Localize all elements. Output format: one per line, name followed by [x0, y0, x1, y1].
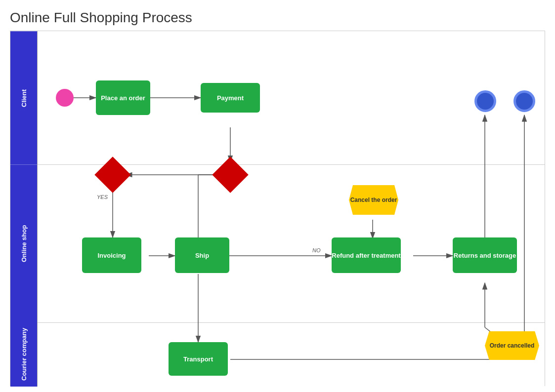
lane-client-label: Client: [10, 31, 37, 164]
diamond-2: [212, 157, 249, 193]
lane-courier-label: Courier company: [10, 322, 37, 387]
lane-divider-2: [38, 322, 545, 323]
returns-node: Returns and storage: [453, 237, 517, 273]
place-order-node: Place an order: [96, 80, 150, 115]
order-cancelled-node: Order cancelled: [485, 331, 539, 360]
cancel-order-node: Cancel the order: [349, 185, 398, 215]
invoicing-node: Invoicing: [82, 237, 141, 273]
page-title: Online Full Shopping Process: [10, 10, 545, 26]
main-container: Online Full Shopping Process Client Onli…: [0, 0, 555, 392]
yes-label-1: YES: [97, 194, 108, 200]
diamond-1: [94, 157, 131, 193]
lane-online-label: Online shop: [10, 164, 37, 322]
diagram-canvas: Place an order Payment YES YES NO Invoic…: [38, 31, 545, 387]
end-circle-2: [513, 90, 535, 112]
payment-node: Payment: [201, 83, 260, 113]
no-label: NO: [312, 247, 321, 253]
lane-labels: Client Online shop Courier company: [10, 31, 38, 387]
diagram-area: Client Online shop Courier company: [10, 31, 545, 386]
end-circle-1: [474, 90, 496, 112]
start-circle: [56, 89, 74, 107]
refund-node: Refund after treatment: [332, 237, 401, 273]
ship-node: Ship: [175, 237, 229, 273]
transport-node: Transport: [169, 342, 228, 376]
